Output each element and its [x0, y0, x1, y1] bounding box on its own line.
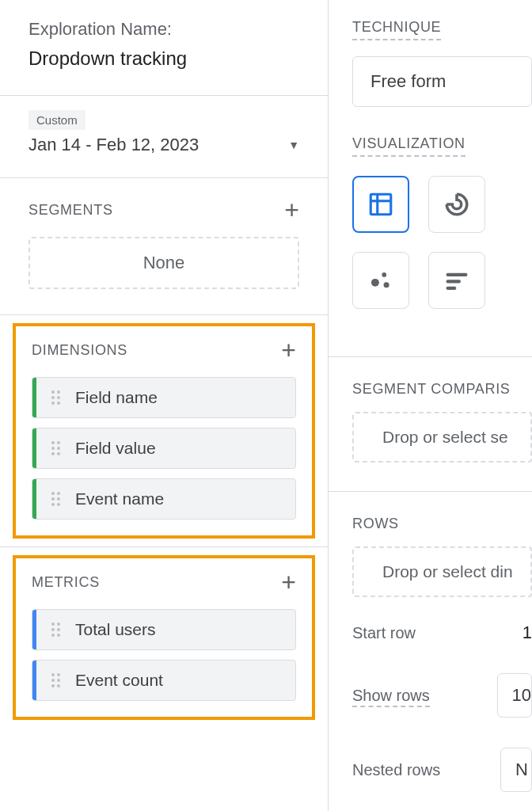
- show-rows-select[interactable]: 10: [497, 673, 532, 718]
- svg-point-3: [371, 279, 379, 287]
- dimension-chip[interactable]: Field value: [32, 428, 296, 469]
- segments-section: SEGMENTS + None: [0, 178, 328, 315]
- dimension-label: Field name: [75, 388, 158, 407]
- drag-handle-icon[interactable]: [47, 621, 64, 638]
- rows-header: ROWS: [352, 516, 532, 532]
- svg-rect-0: [370, 194, 391, 215]
- dimension-label: Field value: [75, 439, 156, 458]
- viz-donut-icon[interactable]: [428, 176, 485, 233]
- visualization-section: VISUALIZATION: [352, 135, 532, 328]
- nested-rows-label: Nested rows: [352, 761, 440, 779]
- date-preset-badge: Custom: [28, 110, 86, 130]
- metric-chip[interactable]: Total users: [32, 609, 296, 650]
- add-segment-icon[interactable]: +: [284, 197, 299, 223]
- technique-select[interactable]: Free form: [352, 56, 532, 107]
- dimensions-list: Field name Field value Event name: [32, 377, 296, 520]
- start-row-setting: Start row 1: [352, 616, 532, 649]
- show-rows-setting: Show rows 10: [352, 667, 532, 724]
- date-range-section[interactable]: Custom Jan 14 - Feb 12, 2023 ▼: [0, 96, 328, 178]
- drag-handle-icon[interactable]: [47, 672, 64, 689]
- metrics-highlight: METRICS + Total users Event count: [13, 555, 315, 720]
- start-row-label: Start row: [352, 624, 416, 642]
- segments-dropzone[interactable]: None: [28, 237, 299, 289]
- segments-header: SEGMENTS: [28, 202, 113, 219]
- viz-scatter-icon[interactable]: [352, 252, 409, 309]
- add-dimension-icon[interactable]: +: [281, 337, 296, 363]
- chevron-down-icon[interactable]: ▼: [288, 139, 299, 151]
- technique-section: TECHNIQUE Free form: [352, 19, 532, 107]
- exploration-name-value[interactable]: Dropdown tracking: [28, 48, 299, 70]
- segment-comparison-dropzone[interactable]: Drop or select se: [352, 412, 532, 463]
- exploration-name-label: Exploration Name:: [28, 19, 299, 40]
- start-row-value[interactable]: 1: [522, 623, 532, 643]
- metric-chip[interactable]: Event count: [32, 660, 296, 701]
- dimension-chip[interactable]: Field name: [32, 377, 296, 418]
- viz-bar-icon[interactable]: [428, 252, 485, 309]
- exploration-name-section: Exploration Name: Dropdown tracking: [0, 0, 328, 96]
- metrics-list: Total users Event count: [32, 609, 296, 701]
- dimensions-highlight: DIMENSIONS + Field name Field value Even…: [13, 323, 315, 539]
- drag-handle-icon[interactable]: [47, 440, 64, 457]
- segment-comparison-section: SEGMENT COMPARIS Drop or select se: [352, 381, 532, 463]
- dimensions-header: DIMENSIONS: [32, 342, 127, 359]
- date-range-value: Jan 14 - Feb 12, 2023: [28, 135, 199, 155]
- svg-point-4: [382, 272, 386, 277]
- rows-section: ROWS Drop or select din Start row 1 Show…: [352, 516, 532, 798]
- variables-panel: Exploration Name: Dropdown tracking Cust…: [0, 0, 329, 811]
- nested-rows-select[interactable]: N: [500, 748, 532, 792]
- dimension-chip[interactable]: Event name: [32, 478, 296, 520]
- visualization-header: VISUALIZATION: [352, 135, 466, 157]
- metrics-header: METRICS: [32, 574, 100, 591]
- rows-dropzone[interactable]: Drop or select din: [352, 546, 532, 597]
- technique-header: TECHNIQUE: [352, 19, 441, 40]
- metric-label: Event count: [75, 671, 163, 690]
- tab-settings-panel: TECHNIQUE Free form VISUALIZATION SEGMEN…: [329, 0, 532, 811]
- show-rows-label: Show rows: [352, 687, 430, 707]
- drag-handle-icon[interactable]: [47, 490, 64, 508]
- drag-handle-icon[interactable]: [47, 389, 64, 406]
- svg-point-5: [384, 282, 390, 287]
- segment-comparison-header: SEGMENT COMPARIS: [352, 381, 532, 398]
- add-metric-icon[interactable]: +: [281, 569, 296, 595]
- dimension-label: Event name: [75, 489, 164, 508]
- nested-rows-setting: Nested rows N: [352, 741, 532, 798]
- viz-table-icon[interactable]: [352, 176, 409, 233]
- metric-label: Total users: [75, 620, 156, 639]
